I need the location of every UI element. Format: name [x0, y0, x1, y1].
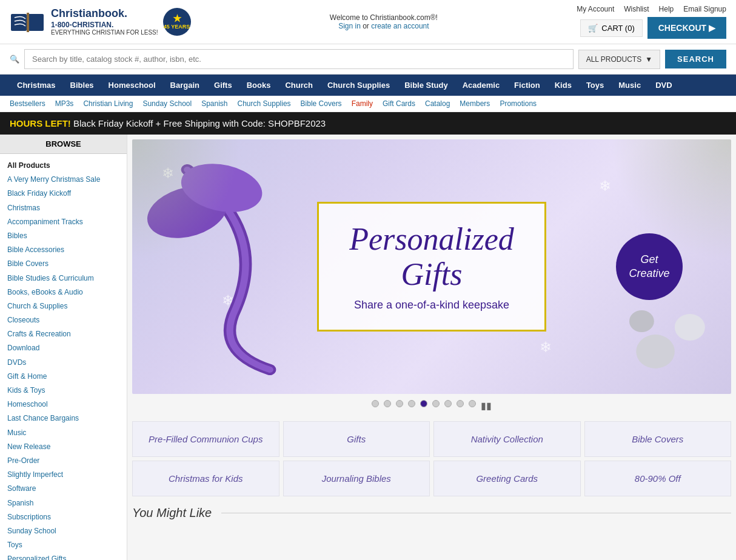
sidebar-item-pre-order[interactable]: Pre-Order [7, 454, 119, 468]
main-nav-item-bargain[interactable]: Bargain [163, 75, 207, 96]
search-category-dropdown[interactable]: ALL PRODUCTS ▼ [578, 50, 660, 69]
sidebar-item-new-release[interactable]: New Release [7, 440, 119, 454]
main-nav-item-kids[interactable]: Kids [547, 75, 579, 96]
search-input[interactable] [24, 49, 574, 69]
carousel-dot-4[interactable] [408, 400, 415, 407]
secondary-nav-item-gift-cards[interactable]: Gift Cards [383, 99, 415, 108]
carousel-dot-6[interactable] [432, 400, 440, 407]
secondary-nav-item-spanish[interactable]: Spanish [201, 99, 227, 108]
main-nav-item-toys[interactable]: Toys [579, 75, 611, 96]
carousel-dots: ▮▮ [132, 394, 731, 418]
product-card-link-1[interactable]: Journaling Bibles [322, 473, 391, 484]
secondary-nav-item-church-supplies[interactable]: Church Supplies [238, 99, 291, 108]
product-card-0[interactable]: Christmas for Kids [132, 461, 279, 496]
product-card-0[interactable]: Pre-Filled Communion Cups [132, 421, 279, 457]
sidebar-item-church--supplies[interactable]: Church & Supplies [7, 299, 119, 313]
main-nav-item-gifts[interactable]: Gifts [207, 75, 239, 96]
main-nav-item-bibles[interactable]: Bibles [63, 75, 101, 96]
carousel-dot-9[interactable] [469, 400, 476, 407]
product-card-link-0[interactable]: Pre-Filled Communion Cups [149, 434, 263, 444]
product-card-link-2[interactable]: Nativity Collection [471, 434, 543, 444]
sidebar-item-bible-accessories[interactable]: Bible Accessories [7, 243, 119, 257]
product-card-2[interactable]: Nativity Collection [433, 421, 581, 457]
sidebar-item-last-chance-bargains[interactable]: Last Chance Bargains [7, 412, 119, 425]
main-nav-item-dvd[interactable]: DVD [648, 75, 679, 96]
sidebar-item-personalized-gifts[interactable]: Personalized Gifts [7, 552, 119, 560]
sidebar-item-software[interactable]: Software [7, 482, 119, 496]
sidebar-item-download[interactable]: Download [7, 341, 119, 355]
main-nav-item-church-supplies[interactable]: Church Supplies [320, 75, 397, 96]
carousel-dot-2[interactable] [384, 400, 391, 407]
main-nav-item-books[interactable]: Books [239, 75, 278, 96]
sidebar-item-toys[interactable]: Toys [7, 538, 119, 552]
sidebar-item-bible-studies--curriculum[interactable]: Bible Studies & Curriculum [7, 272, 119, 285]
product-card-1[interactable]: Journaling Bibles [283, 461, 430, 496]
sidebar-item-kids--toys[interactable]: Kids & Toys [7, 384, 119, 398]
main-nav-item-bible-study[interactable]: Bible Study [397, 75, 455, 96]
secondary-nav-item-bible-covers[interactable]: Bible Covers [301, 99, 342, 108]
signin-link[interactable]: Sign in [338, 22, 361, 30]
secondary-nav-item-promotions[interactable]: Promotions [500, 99, 537, 108]
main-nav-item-christmas[interactable]: Christmas [10, 75, 63, 96]
main-nav-item-music[interactable]: Music [611, 75, 648, 96]
sidebar-item-gift--home[interactable]: Gift & Home [7, 370, 119, 384]
secondary-nav-item-sunday-school[interactable]: Sunday School [142, 99, 192, 108]
hero-cta-button[interactable]: Get Creative [616, 233, 683, 300]
secondary-nav-item-christian-living[interactable]: Christian Living [83, 99, 133, 108]
carousel-pause-button[interactable]: ▮▮ [481, 400, 492, 412]
sidebar-item-subscriptions[interactable]: Subscriptions [7, 510, 119, 524]
product-card-link-1[interactable]: Gifts [347, 434, 366, 444]
sidebar-item-black-friday-kickoff[interactable]: Black Friday Kickoff [7, 187, 119, 201]
secondary-nav-item-mp3s[interactable]: MP3s [55, 99, 74, 108]
sidebar-item-spanish[interactable]: Spanish [7, 496, 119, 510]
secondary-nav-item-family[interactable]: Family [352, 99, 373, 108]
sidebar-item-closeouts[interactable]: Closeouts [7, 313, 119, 327]
product-card-link-3[interactable]: 80-90% Off [635, 473, 681, 484]
carousel-dot-7[interactable] [444, 400, 452, 407]
svg-point-7 [629, 310, 654, 332]
sidebar-item-bible-covers[interactable]: Bible Covers [7, 257, 119, 271]
main-nav-item-church[interactable]: Church [278, 75, 320, 96]
my-account-link[interactable]: My Account [577, 5, 614, 13]
main-nav-item-fiction[interactable]: Fiction [507, 75, 547, 96]
email-signup-link[interactable]: Email Signup [683, 5, 726, 13]
search-button[interactable]: SEARCH [665, 50, 726, 68]
product-card-3[interactable]: Bible Covers [584, 421, 732, 457]
secondary-nav: BestsellersMP3sChristian LivingSunday Sc… [0, 96, 736, 112]
sidebar-item-dvds[interactable]: DVDs [7, 356, 119, 370]
cart-button[interactable]: 🛒 CART (0) [580, 19, 642, 37]
sidebar-item-crafts--recreation[interactable]: Crafts & Recreation [7, 327, 119, 341]
sidebar-item-slightly-imperfect[interactable]: Slightly Imperfect [7, 468, 119, 482]
carousel-dot-1[interactable] [372, 400, 379, 407]
carousel-dot-8[interactable] [457, 400, 464, 407]
help-link[interactable]: Help [659, 5, 674, 13]
product-card-link-3[interactable]: Bible Covers [632, 434, 683, 444]
secondary-nav-item-members[interactable]: Members [460, 99, 490, 108]
sidebar-item-sunday-school[interactable]: Sunday School [7, 524, 119, 538]
welcome-text: Welcome to Christianbook.com®! Sign in o… [330, 13, 438, 30]
sidebar-item-accompaniment-tracks[interactable]: Accompaniment Tracks [7, 215, 119, 229]
sidebar-item-all-products[interactable]: All Products [7, 159, 119, 173]
sidebar-item-bibles[interactable]: Bibles [7, 229, 119, 243]
main-nav-item-academic[interactable]: Academic [455, 75, 507, 96]
sidebar-item-homeschool[interactable]: Homeschool [7, 398, 119, 412]
secondary-nav-item-bestsellers[interactable]: Bestsellers [10, 99, 45, 108]
sidebar-links: All ProductsA Very Merry Christmas SaleB… [0, 154, 127, 560]
product-card-2[interactable]: Greeting Cards [433, 461, 581, 496]
create-account-link[interactable]: create an account [371, 22, 429, 30]
product-card-link-0[interactable]: Christmas for Kids [169, 473, 243, 484]
product-card-1[interactable]: Gifts [283, 421, 430, 457]
secondary-nav-item-catalog[interactable]: Catalog [425, 99, 450, 108]
sidebar-item-books-ebooks--audio[interactable]: Books, eBooks & Audio [7, 285, 119, 299]
hero-text-box[interactable]: Personalized Gifts Share a one-of-a-kind… [317, 202, 546, 331]
carousel-dot-3[interactable] [396, 400, 403, 407]
checkout-button[interactable]: CHECKOUT ▶ [647, 17, 726, 39]
product-card-3[interactable]: 80-90% Off [584, 461, 732, 496]
main-nav-item-homeschool[interactable]: Homeschool [101, 75, 163, 96]
sidebar-item-christmas[interactable]: Christmas [7, 201, 119, 215]
product-card-link-2[interactable]: Greeting Cards [476, 473, 538, 484]
sidebar-item-a-very-merry-christmas-sale[interactable]: A Very Merry Christmas Sale [7, 173, 119, 187]
carousel-dot-5[interactable] [420, 400, 427, 407]
wishlist-link[interactable]: Wishlist [624, 5, 649, 13]
sidebar-item-music[interactable]: Music [7, 426, 119, 440]
